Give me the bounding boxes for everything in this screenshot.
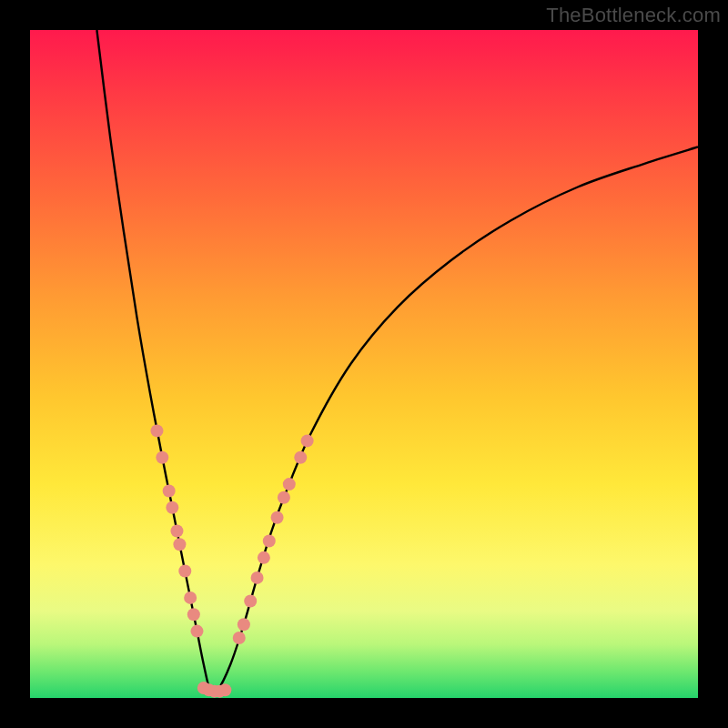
highlight-dot [184, 592, 197, 604]
highlight-dot [173, 538, 186, 551]
highlight-dot [233, 632, 246, 644]
highlight-dot [251, 571, 264, 584]
highlight-dot [218, 683, 231, 696]
highlight-dot [170, 525, 183, 538]
highlight-dots [150, 424, 313, 697]
chart-overlay [30, 30, 698, 698]
highlight-dot [278, 491, 290, 504]
highlight-dot [156, 451, 168, 464]
highlight-dot [238, 618, 250, 631]
chart-frame: TheBottleneck.com [0, 0, 728, 728]
highlight-dot [294, 451, 307, 464]
highlight-dot [178, 565, 191, 578]
highlight-dot [163, 484, 176, 497]
watermark-text: TheBottleneck.com [546, 4, 721, 27]
highlight-dot [191, 625, 204, 638]
highlight-dot [166, 501, 178, 514]
highlight-dot [271, 511, 284, 524]
highlight-dot [258, 551, 270, 564]
highlight-dot [301, 434, 314, 447]
highlight-dot [283, 478, 296, 490]
highlight-dot [150, 424, 163, 437]
highlight-dot [263, 535, 276, 548]
highlight-dot [187, 608, 200, 621]
highlight-dot [244, 595, 257, 608]
